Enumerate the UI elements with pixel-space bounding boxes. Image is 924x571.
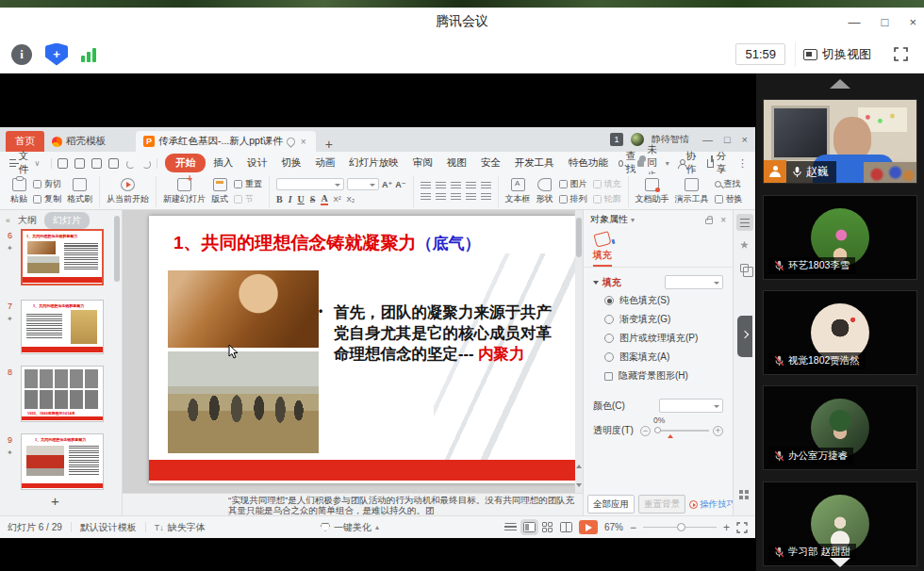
close-tab-icon[interactable]: × — [299, 137, 308, 147]
tab-transition[interactable]: 切换 — [274, 154, 307, 172]
find-button[interactable]: 查找 — [619, 150, 638, 176]
increase-font-button[interactable]: A⁺ — [382, 180, 392, 189]
font-size-select[interactable] — [347, 178, 379, 190]
undo-icon[interactable] — [125, 158, 135, 168]
meeting-info-icon[interactable]: i — [11, 44, 32, 65]
design-template-label[interactable]: 默认设计模板 — [80, 521, 137, 534]
normal-view-icon[interactable] — [523, 522, 536, 532]
indent-increase-icon[interactable] — [466, 182, 476, 190]
replace-button[interactable]: 替换 — [715, 193, 743, 205]
slide-thumbnail-7[interactable]: 7 ✦ 1、共同的理想信念铸就凝聚力 — [0, 300, 111, 356]
play-from-current-button[interactable]: 从当前开始 — [107, 178, 149, 205]
scroll-up-icon[interactable] — [576, 465, 582, 468]
output-icon[interactable] — [91, 158, 102, 169]
transparency-slider[interactable]: − + 0% — [640, 426, 723, 436]
tab-slideshow[interactable]: 幻灯片放映 — [342, 154, 405, 172]
share-button[interactable]: 分享 — [707, 150, 729, 176]
layout-button[interactable]: 版式 — [211, 178, 228, 205]
reset-background-button[interactable]: 重置背景 — [638, 495, 685, 514]
align-left-icon[interactable] — [421, 193, 431, 202]
collapse-section-icon[interactable] — [593, 281, 599, 285]
tab-view[interactable]: 视图 — [440, 154, 473, 172]
fit-slide-icon[interactable] — [736, 522, 748, 533]
fill-style-select[interactable] — [665, 275, 723, 289]
slideshow-play-button[interactable] — [579, 520, 598, 534]
scroll-up-arrow[interactable] — [830, 79, 850, 89]
lock-icon[interactable] — [705, 219, 713, 224]
security-shield-icon[interactable]: + — [45, 43, 68, 66]
slide-sorter-icon[interactable] — [542, 522, 553, 532]
decrease-icon[interactable]: − — [640, 426, 651, 436]
tab-security[interactable]: 安全 — [474, 154, 507, 172]
option-hide-background[interactable]: 隐藏背景图形(H) — [584, 367, 733, 385]
bullet-list-icon[interactable] — [421, 182, 431, 190]
collaborate-button[interactable]: 协作 — [678, 150, 700, 176]
justify-icon[interactable] — [466, 193, 476, 202]
paste-button[interactable]: 粘贴 — [10, 178, 27, 205]
slide-thumbnail-8[interactable]: 8 1955、1966年授衔的1614名 — [0, 366, 111, 424]
tab-features[interactable]: 特色功能 — [562, 154, 615, 172]
selection-pane-icon[interactable] — [736, 259, 753, 276]
canvas-scrollbar[interactable] — [575, 210, 583, 493]
print-icon[interactable] — [74, 158, 85, 169]
option-pattern-fill[interactable]: 图案填充(A) — [584, 348, 733, 367]
participant-tile-video[interactable]: 赵巍 — [763, 99, 917, 184]
textbox-button[interactable]: 文本框 — [505, 178, 531, 205]
beautify-button[interactable]: 一键美化▴ — [321, 521, 379, 534]
increase-icon[interactable]: + — [713, 426, 723, 436]
missing-font-label[interactable]: 缺失字体 — [168, 521, 206, 534]
participant-tile[interactable]: 办公室万捷睿 — [763, 385, 917, 470]
fill-tab[interactable]: 填充 — [593, 249, 612, 267]
pane-grid-icon[interactable] — [738, 489, 750, 500]
decrease-font-button[interactable]: A⁻ — [395, 180, 405, 189]
save-icon[interactable] — [58, 158, 68, 169]
collapse-panel-icon[interactable]: « — [6, 216, 10, 225]
pin-tab-icon[interactable] — [285, 136, 297, 148]
underline-button[interactable]: U — [298, 194, 305, 204]
format-painter-button[interactable]: 格式刷 — [67, 178, 92, 205]
slide-thumbnail-9[interactable]: 9 ✦ 1、共同的理想信念铸就凝聚力 — [0, 433, 111, 492]
minimize-button[interactable]: — — [849, 15, 861, 29]
superscript-button[interactable]: X² — [334, 195, 341, 204]
preview-icon[interactable] — [108, 158, 119, 169]
file-menu[interactable]: 文件∨ — [6, 150, 43, 176]
cut-button[interactable]: 剪切 — [33, 178, 61, 190]
effects-pane-icon[interactable] — [736, 237, 753, 253]
scroll-down-icon[interactable] — [576, 483, 582, 487]
bold-button[interactable]: B — [276, 194, 283, 204]
add-slide-button[interactable]: + — [0, 493, 110, 509]
align-right-icon[interactable] — [451, 193, 461, 202]
section-button[interactable]: 节 — [234, 193, 262, 205]
more-menu-icon[interactable]: ⋮ — [737, 157, 748, 170]
switch-view-button[interactable]: 切换视图 — [795, 42, 881, 67]
tab-devtools[interactable]: 开发工具 — [508, 154, 561, 172]
shape-button[interactable]: 形状 — [536, 178, 553, 205]
participant-tile[interactable]: 环艺1803李雪 — [763, 195, 917, 280]
notes-view-icon[interactable] — [504, 523, 517, 532]
fullscreen-button[interactable] — [888, 42, 913, 67]
slide-canvas[interactable]: 1、共同的理想信念铸就凝聚力（底气） •首先，团队的凝聚力来源于共产党自身尤其是… — [123, 210, 583, 493]
present-tools-button[interactable]: 演示工具 — [675, 178, 709, 205]
option-texture-fill[interactable]: 图片或纹理填充(P) — [584, 329, 733, 348]
zoom-slider[interactable] — [643, 527, 717, 529]
subscript-button[interactable]: X₂ — [347, 195, 355, 204]
tab-start[interactable]: 开始 — [165, 154, 206, 172]
align-center-icon[interactable] — [436, 193, 446, 202]
panel-scrollbar[interactable] — [114, 216, 120, 282]
expand-pane-chevron[interactable] — [737, 316, 752, 357]
option-gradient-fill[interactable]: 渐变填充(G) — [584, 310, 733, 329]
participant-tile[interactable]: 学习部 赵甜甜 — [763, 481, 917, 566]
indent-decrease-icon[interactable] — [451, 182, 461, 190]
network-signal-icon[interactable] — [81, 47, 96, 62]
line-spacing-icon[interactable] — [481, 193, 491, 202]
close-panel-icon[interactable]: × — [720, 215, 726, 225]
reading-view-icon[interactable] — [560, 522, 572, 532]
new-tab-button[interactable]: + — [316, 137, 342, 152]
outline-button[interactable]: 轮廓 — [593, 193, 621, 205]
color-select[interactable] — [659, 399, 723, 413]
strikethrough-button[interactable]: S — [310, 194, 316, 204]
slide-thumbnail-6[interactable]: 6 ✦ 1、共同的理想信念铸就凝聚力 — [0, 229, 111, 287]
new-slide-button[interactable]: 新建幻灯片 — [163, 178, 206, 205]
picture-button[interactable]: 图片 — [559, 178, 587, 190]
tips-link[interactable]: 操作技巧 — [689, 498, 735, 511]
